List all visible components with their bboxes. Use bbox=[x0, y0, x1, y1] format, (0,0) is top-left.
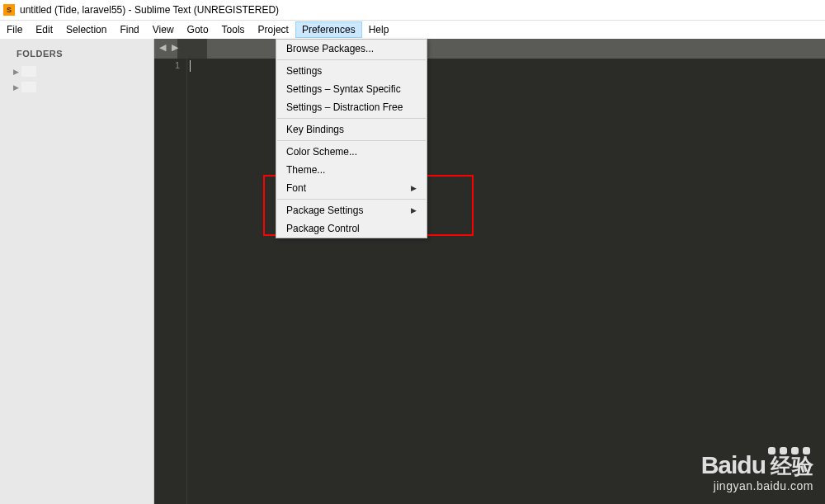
sidebar: FOLDERS ▶ ▶ bbox=[0, 39, 154, 504]
dd-settings[interactable]: Settings bbox=[276, 62, 427, 80]
line-number: 1 bbox=[154, 60, 180, 70]
folder-item[interactable]: ▶ bbox=[0, 64, 153, 79]
chevron-right-icon: ▶ bbox=[13, 83, 21, 92]
nav-arrows[interactable]: ◀ ▶ bbox=[159, 42, 180, 53]
app-icon: S bbox=[3, 4, 15, 16]
folder-icon bbox=[21, 66, 36, 77]
title-bar: S untitled (Tide, laravel55) - Sublime T… bbox=[0, 0, 825, 21]
menu-preferences[interactable]: Preferences bbox=[295, 21, 362, 38]
menu-tools[interactable]: Tools bbox=[215, 21, 252, 38]
menu-selection[interactable]: Selection bbox=[59, 21, 113, 38]
dd-package-settings[interactable]: Package Settings▶ bbox=[276, 201, 427, 219]
dropdown-separator bbox=[277, 59, 426, 60]
dd-settings-distraction[interactable]: Settings – Distraction Free bbox=[276, 98, 427, 116]
dd-theme[interactable]: Theme... bbox=[276, 161, 427, 179]
editor-area: ◀ ▶ 1 bbox=[154, 39, 825, 504]
dropdown-separator bbox=[277, 140, 426, 141]
line-gutter: 1 bbox=[154, 59, 187, 504]
dropdown-separator bbox=[277, 118, 426, 119]
dd-color-scheme[interactable]: Color Scheme... bbox=[276, 143, 427, 161]
folder-item[interactable]: ▶ bbox=[0, 79, 153, 95]
menu-project[interactable]: Project bbox=[252, 21, 295, 38]
chevron-right-icon: ▶ bbox=[411, 206, 417, 214]
dd-browse-packages[interactable]: Browse Packages... bbox=[276, 40, 427, 58]
window-title: untitled (Tide, laravel55) - Sublime Tex… bbox=[20, 4, 279, 16]
menu-find[interactable]: Find bbox=[113, 21, 145, 38]
menu-help[interactable]: Help bbox=[362, 21, 396, 38]
dd-package-control[interactable]: Package Control bbox=[276, 219, 427, 238]
menu-view[interactable]: View bbox=[146, 21, 181, 38]
chevron-right-icon: ▶ bbox=[411, 184, 417, 192]
menu-bar: File Edit Selection Find View Goto Tools… bbox=[0, 21, 825, 39]
dropdown-separator bbox=[277, 199, 426, 200]
file-tab[interactable] bbox=[177, 39, 207, 59]
menu-file[interactable]: File bbox=[0, 21, 29, 38]
text-cursor bbox=[190, 60, 191, 72]
tab-bar: ◀ ▶ bbox=[154, 39, 825, 59]
folder-icon bbox=[21, 82, 36, 92]
preferences-dropdown: Browse Packages... Settings Settings – S… bbox=[276, 39, 427, 238]
menu-goto[interactable]: Goto bbox=[181, 21, 215, 38]
dd-font[interactable]: Font▶ bbox=[276, 179, 427, 197]
folders-header: FOLDERS bbox=[0, 49, 153, 64]
menu-edit[interactable]: Edit bbox=[29, 21, 59, 38]
dd-settings-syntax[interactable]: Settings – Syntax Specific bbox=[276, 80, 427, 98]
chevron-right-icon: ▶ bbox=[13, 68, 21, 76]
dd-key-bindings[interactable]: Key Bindings bbox=[276, 120, 427, 139]
